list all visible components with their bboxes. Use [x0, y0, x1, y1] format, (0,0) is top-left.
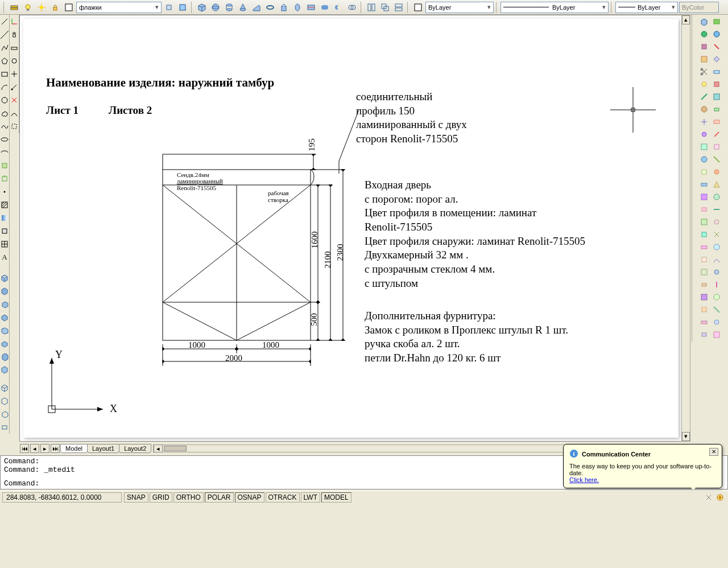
- solid-cylinder-icon[interactable]: [223, 1, 235, 14]
- r-tool-20[interactable]: [711, 129, 722, 140]
- r-tool-34[interactable]: [711, 216, 722, 228]
- layer-states-icon[interactable]: [176, 1, 189, 14]
- pan-icon[interactable]: [9, 29, 20, 40]
- region-icon[interactable]: [0, 225, 10, 237]
- r-tool-18[interactable]: [711, 116, 722, 127]
- tab-nav-prev[interactable]: ◂: [30, 444, 39, 453]
- r-tool-4[interactable]: [711, 28, 722, 40]
- window-arrange-icon[interactable]: [392, 1, 405, 14]
- r-tool-2[interactable]: [711, 16, 722, 27]
- status-comm-icon[interactable]: [714, 492, 726, 503]
- tab-nav-first[interactable]: ⏮: [20, 444, 29, 453]
- toggle-snap[interactable]: SNAP: [124, 492, 148, 503]
- intersect-icon[interactable]: [346, 1, 358, 14]
- drawing-canvas[interactable]: Наименование изделия: наружний тамбур Ли…: [19, 15, 690, 442]
- lineweight-combo[interactable]: ByLayer▾: [615, 2, 678, 13]
- r-tool-30[interactable]: [711, 191, 722, 203]
- vertical-scrollbar[interactable]: ▴ ▾: [681, 15, 690, 442]
- 3dbox8-icon[interactable]: [0, 364, 10, 375]
- window-tile-icon[interactable]: [365, 1, 378, 14]
- modify2-icon[interactable]: [9, 55, 20, 67]
- plotstyle-combo[interactable]: ByColor: [679, 2, 719, 13]
- r-tool-32[interactable]: [711, 204, 722, 215]
- balloon-link[interactable]: Click here.: [569, 476, 599, 483]
- r-tool-46[interactable]: [711, 291, 722, 303]
- modify6-icon[interactable]: [9, 108, 20, 119]
- 3dbox6-icon[interactable]: [0, 337, 10, 349]
- r-tool-7[interactable]: [698, 53, 710, 65]
- 3dbox4-icon[interactable]: [0, 311, 10, 323]
- r-tool-22[interactable]: [711, 141, 722, 153]
- toggle-otrack[interactable]: OTRACK: [266, 492, 300, 503]
- tab-layout1[interactable]: Layout1: [87, 444, 119, 453]
- tab-nav-last[interactable]: ⏭: [51, 444, 60, 453]
- r-tool-40[interactable]: [711, 254, 722, 265]
- r-tool-36[interactable]: [711, 229, 722, 240]
- linetype-combo[interactable]: ByLayer▾: [500, 2, 609, 13]
- window-cascade-icon[interactable]: [379, 1, 391, 14]
- lightbulb-icon[interactable]: [22, 1, 34, 14]
- layer-combo[interactable]: флажки▾: [76, 2, 162, 13]
- r-tool-50[interactable]: [711, 316, 722, 328]
- r-tool-27[interactable]: [698, 179, 710, 190]
- r-tool-52[interactable]: [711, 329, 722, 340]
- r-tool-39[interactable]: [698, 254, 710, 265]
- solid-wedge-icon[interactable]: [250, 1, 263, 14]
- r-tool-26[interactable]: [711, 166, 722, 178]
- slice-icon[interactable]: [305, 1, 317, 14]
- r-tool-47[interactable]: [698, 304, 710, 315]
- 3dwire-icon[interactable]: [0, 382, 10, 393]
- layer-prev-icon[interactable]: [163, 1, 175, 14]
- extrude-icon[interactable]: [278, 1, 290, 14]
- 3dbox3-icon[interactable]: [0, 298, 10, 310]
- r-tool-45[interactable]: [698, 291, 710, 303]
- r-tool-17[interactable]: [698, 116, 710, 127]
- r-tool-8[interactable]: [711, 53, 722, 65]
- r-tool-3[interactable]: [698, 28, 710, 40]
- table-icon[interactable]: [0, 238, 10, 250]
- toggle-grid[interactable]: GRID: [150, 492, 172, 503]
- layer-manager-icon[interactable]: [8, 1, 20, 14]
- r-tool-38[interactable]: [711, 241, 722, 253]
- solid-sphere-icon[interactable]: [209, 1, 222, 14]
- r-tool-42[interactable]: [711, 266, 722, 278]
- balloon-close[interactable]: ✕: [709, 448, 718, 456]
- r-tool-25[interactable]: [698, 166, 710, 178]
- r-tool-51[interactable]: [698, 329, 710, 340]
- r-tool-1[interactable]: [698, 16, 710, 27]
- gradient-icon[interactable]: [0, 212, 10, 224]
- r-tool-11[interactable]: [698, 79, 710, 90]
- r-tool-33[interactable]: [698, 216, 710, 228]
- color-swatch-icon[interactable]: [63, 1, 75, 14]
- 3dwire3-icon[interactable]: [0, 408, 10, 419]
- toggle-ortho[interactable]: ORTHO: [173, 492, 204, 503]
- r-tool-16[interactable]: [711, 104, 722, 115]
- tab-nav-next[interactable]: ▸: [40, 444, 49, 453]
- sun-icon[interactable]: [35, 1, 48, 14]
- tab-layout2[interactable]: Layout2: [119, 444, 151, 453]
- r-tool-12[interactable]: [711, 79, 722, 90]
- hatch-icon[interactable]: [0, 199, 10, 211]
- r-tool-31[interactable]: [698, 204, 710, 215]
- r-tool-41[interactable]: [698, 266, 710, 278]
- toggle-lwt[interactable]: LWT: [301, 492, 320, 503]
- modify4-icon[interactable]: [9, 81, 20, 93]
- r-tool-23[interactable]: [698, 154, 710, 165]
- toggle-model[interactable]: MODEL: [321, 492, 351, 503]
- 3dwire2-icon[interactable]: [0, 395, 10, 406]
- solid-cone-icon[interactable]: [237, 1, 249, 14]
- r-tool-44[interactable]: [711, 279, 722, 290]
- r-tool-35[interactable]: [698, 229, 710, 240]
- r-tool-37[interactable]: [698, 241, 710, 253]
- 3dbox7-icon[interactable]: [0, 351, 10, 362]
- r-scissors-icon[interactable]: [698, 66, 710, 77]
- r-tool-13[interactable]: [698, 91, 710, 102]
- r-tool-24[interactable]: [711, 154, 722, 165]
- modify1-icon[interactable]: [9, 42, 20, 53]
- r-tool-14[interactable]: [711, 91, 722, 102]
- 3dbox5-icon[interactable]: [0, 324, 10, 336]
- mtext-icon[interactable]: A: [0, 252, 10, 263]
- status-tray-icon[interactable]: [703, 492, 714, 503]
- make-block-icon[interactable]: [0, 173, 10, 184]
- subtract-icon[interactable]: [332, 1, 345, 14]
